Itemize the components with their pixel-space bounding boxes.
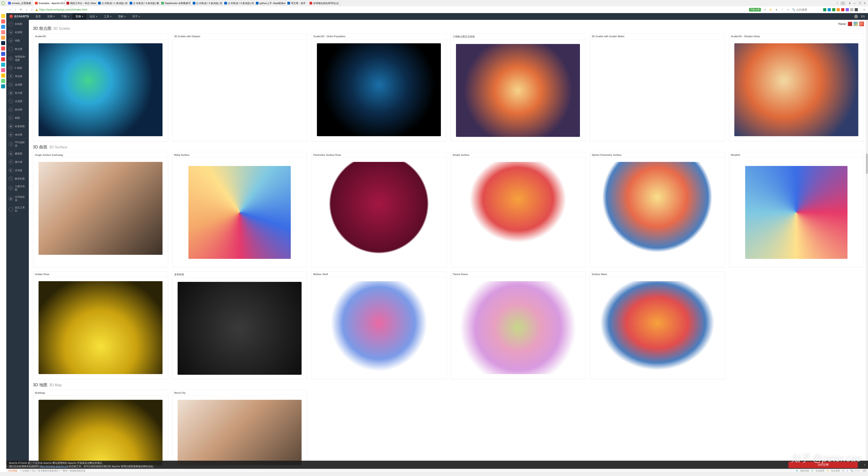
browser-chrome: echarts_百度搜索Examples - Apache ECha…我的工作台… bbox=[0, 0, 868, 13]
tab-label: 写文章 - 知乎 bbox=[291, 2, 306, 5]
tab-count[interactable]: 11 bbox=[841, 2, 845, 5]
download-icon[interactable]: ⬇ bbox=[848, 2, 851, 5]
nav-home-button[interactable]: ⌂ bbox=[24, 8, 28, 12]
browser-tab[interactable]: Examples - Apache ECha… bbox=[33, 0, 65, 6]
new-tab-button[interactable]: + bbox=[836, 2, 839, 5]
nav-star-button[interactable]: ☆ bbox=[30, 8, 34, 12]
extension-icon[interactable] bbox=[823, 8, 826, 11]
nav-reload-button[interactable]: ⟳ bbox=[19, 8, 23, 12]
tab-bar: echarts_百度搜索Examples - Apache ECha…我的工作台… bbox=[0, 0, 868, 6]
collect-badge[interactable]: 79条入库 bbox=[749, 8, 761, 11]
browser-tab[interactable]: (1 封私信 / 3 条消息) 数据… bbox=[128, 0, 159, 6]
browser-tab[interactable]: echarts_百度搜索 bbox=[6, 0, 33, 6]
tab-favicon-icon bbox=[161, 2, 164, 4]
dropdown-icon[interactable]: ▾ bbox=[774, 8, 778, 12]
tab-favicon-icon bbox=[224, 2, 227, 4]
tab-favicon-icon bbox=[309, 2, 312, 4]
tab-label: (1 封私信 / 3 条消息) 数据… bbox=[133, 2, 159, 5]
nav-back-button[interactable]: ‹ bbox=[8, 8, 12, 12]
browser-tab[interactable]: (1 封私信 / 3 条消息) 内容… bbox=[222, 0, 254, 6]
browser-tab[interactable]: python上手--flask框架we… bbox=[254, 0, 286, 6]
tab-favicon-icon bbox=[193, 2, 195, 4]
extension-icon[interactable] bbox=[841, 8, 844, 11]
window-close-button[interactable]: ✕ bbox=[863, 2, 866, 5]
search-icon: 🔍 bbox=[792, 8, 796, 11]
search-box[interactable]: 🔍 bbox=[792, 8, 819, 11]
tab-favicon-icon bbox=[256, 2, 258, 4]
browser-tab[interactable]: 全球领先的比特币/以太坊/… bbox=[308, 0, 339, 6]
extension-icon[interactable] bbox=[837, 8, 840, 11]
tab-favicon-icon bbox=[130, 2, 132, 4]
browser-tab[interactable]: 我的工作台 - 码云 Gitee.co… bbox=[65, 0, 96, 6]
lock-icon: 🔒 bbox=[35, 8, 38, 11]
tab-favicon-icon bbox=[287, 2, 290, 4]
browser-tab[interactable]: (1 封私信 / 3 条消息) 首页… bbox=[191, 0, 222, 6]
search-input[interactable] bbox=[796, 8, 819, 11]
extension-icon[interactable] bbox=[832, 8, 835, 11]
address-bar: ‹ › ⟳ ⌂ ☆ 🔒 https://www.echartsjs.com/zh… bbox=[0, 6, 868, 13]
extension-icon[interactable] bbox=[828, 8, 831, 11]
share-icon[interactable]: ↗ bbox=[763, 8, 767, 12]
menu-icon[interactable]: ≡ bbox=[862, 8, 866, 12]
window-max-button[interactable]: ❐ bbox=[858, 2, 861, 5]
tab-label: (1 封私信 / 1 条消息) 首页… bbox=[102, 2, 128, 5]
url-box[interactable]: 🔒 https://www.echartsjs.com/zh/index.htm… bbox=[35, 8, 748, 11]
extension-icon[interactable] bbox=[850, 8, 854, 11]
browser-tab[interactable]: DataHunter-业务数据可视… bbox=[159, 0, 191, 6]
tab-favicon-icon bbox=[8, 2, 11, 4]
browser-logo-icon bbox=[1, 1, 5, 5]
tab-label: 全球领先的比特币/以太坊/… bbox=[313, 2, 339, 5]
browser-tab[interactable]: 写文章 - 知乎 bbox=[286, 0, 308, 6]
extension-icon[interactable] bbox=[855, 8, 858, 11]
scan-icon[interactable]: ⌗ bbox=[786, 8, 790, 12]
tab-label: echarts_百度搜索 bbox=[12, 2, 31, 5]
tab-label: (1 封私信 / 3 条消息) 首页… bbox=[196, 2, 222, 5]
tab-label: DataHunter-业务数据可视… bbox=[165, 2, 191, 5]
bolt-icon[interactable]: ⚡ bbox=[769, 8, 773, 12]
tab-favicon-icon bbox=[35, 2, 38, 4]
browser-tab[interactable]: (1 封私信 / 1 条消息) 首页… bbox=[96, 0, 128, 6]
tab-favicon-icon bbox=[66, 2, 69, 4]
heart-icon[interactable]: ♡ bbox=[780, 8, 784, 12]
tab-label: 我的工作台 - 码云 Gitee.co… bbox=[70, 2, 96, 5]
tab-label: python上手--flask框架we… bbox=[259, 2, 286, 5]
tab-favicon-icon bbox=[98, 2, 101, 4]
window-min-button[interactable]: — bbox=[853, 2, 856, 5]
tab-label: Examples - Apache ECha… bbox=[38, 2, 65, 4]
extension-icon[interactable] bbox=[846, 8, 849, 11]
url-text: https://www.echartsjs.com/zh/index.html bbox=[39, 8, 87, 11]
tab-label: (1 封私信 / 3 条消息) 内容… bbox=[228, 2, 254, 5]
nav-forward-button[interactable]: › bbox=[13, 8, 18, 12]
